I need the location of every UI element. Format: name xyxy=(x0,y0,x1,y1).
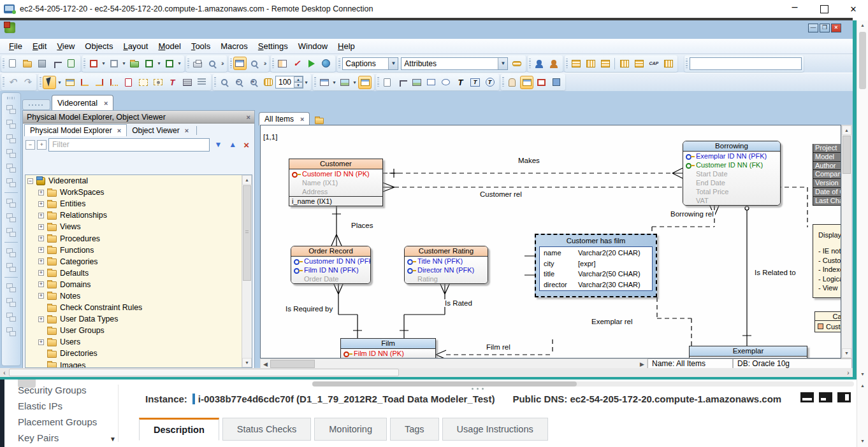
collapse-all-icon[interactable]: − xyxy=(25,140,35,150)
scrollbar-thumb[interactable] xyxy=(270,360,315,368)
text-tool[interactable] xyxy=(454,76,467,89)
scroll-left-icon[interactable]: ‹ xyxy=(0,369,9,376)
scroll-left-icon[interactable]: ◀ xyxy=(261,361,270,367)
grid-layout-button[interactable] xyxy=(598,57,612,70)
scrollbar-thumb[interactable] xyxy=(243,185,251,281)
display-mode-select[interactable]: Attributes▼ xyxy=(401,57,508,70)
autolayout-button[interactable] xyxy=(618,57,631,70)
browser-vertical-scrollbar[interactable]: ▲ ▼ ▲ ▼ xyxy=(857,20,868,447)
snapshot-tool[interactable] xyxy=(151,76,164,89)
layout-bottom-pane-icon[interactable] xyxy=(800,392,814,402)
attribute-row[interactable]: Rating xyxy=(405,274,488,283)
web-report-button[interactable] xyxy=(319,57,333,70)
line-tool[interactable] xyxy=(395,76,409,89)
display-settings-button[interactable] xyxy=(338,76,351,89)
rectangle-tool[interactable] xyxy=(424,76,438,89)
expander-icon[interactable] xyxy=(38,213,44,218)
overview-toggle[interactable] xyxy=(520,76,533,89)
attribute-row[interactable]: Film ID NN (PK) xyxy=(341,349,435,358)
connections-button[interactable] xyxy=(50,57,63,70)
note-tool[interactable] xyxy=(380,76,394,89)
panel-grip[interactable] xyxy=(22,99,50,110)
app-close-button[interactable]: × xyxy=(831,24,841,32)
attribute-row[interactable]: Customer ID NN (PK) xyxy=(289,169,382,178)
aws-horizontal-scrollbar[interactable] xyxy=(312,381,854,387)
display-note[interactable]: Display - IE nota- Custo- Indexe- Logica… xyxy=(813,224,841,298)
entity-order-record[interactable]: Order Record Customer ID NN (PFK)Film ID… xyxy=(291,246,371,284)
relationship-label[interactable]: Places xyxy=(350,222,375,229)
pan-tool[interactable] xyxy=(505,76,519,89)
view-customer-has-film[interactable]: Customer has film name Varchar2(20 CHAR)… xyxy=(535,234,657,297)
distribute-left-icon[interactable] xyxy=(6,283,16,292)
relationship-label[interactable]: Makes xyxy=(517,157,541,164)
chevron-down-icon[interactable]: ▾ xyxy=(303,76,309,89)
region-select-tool[interactable] xyxy=(136,76,150,89)
toolbar-grip[interactable] xyxy=(7,97,15,99)
run-script-button[interactable] xyxy=(305,57,318,70)
search-input[interactable] xyxy=(690,57,802,70)
print-preview-button[interactable] xyxy=(205,57,219,70)
chevron-down-icon[interactable]: ▾ xyxy=(57,76,62,89)
save-button[interactable] xyxy=(35,57,48,70)
keyboard-button[interactable] xyxy=(510,57,523,70)
mn-relationship-tool[interactable] xyxy=(107,76,120,89)
layout-right-pane-icon[interactable] xyxy=(837,392,851,402)
users-button[interactable] xyxy=(547,57,560,70)
relationship-label[interactable]: Is Related to xyxy=(753,269,797,276)
menu-item[interactable]: Model xyxy=(153,39,185,53)
scrollbar-thumb[interactable] xyxy=(312,381,577,387)
distribute-right-icon[interactable] xyxy=(6,298,16,307)
object-search-button[interactable] xyxy=(248,57,261,70)
hierarchy-layout-button[interactable] xyxy=(569,57,582,70)
expander-icon[interactable] xyxy=(38,190,44,195)
same-size-icon[interactable] xyxy=(6,228,16,237)
tree-layout-button[interactable] xyxy=(584,57,597,70)
entity-borrowing[interactable]: Borrowing Exemplar ID NN (PFK)Customer I… xyxy=(683,141,781,206)
sync-gray-button[interactable] xyxy=(107,57,120,70)
aws-tab[interactable]: Status Checks xyxy=(222,418,312,441)
aws-tab[interactable]: Usage Instructions xyxy=(442,418,548,441)
sidebar-item[interactable]: Key Pairs xyxy=(18,432,59,443)
tree-item[interactable]: User Data Types xyxy=(25,313,252,325)
tree-item[interactable]: Images xyxy=(25,360,252,369)
zoom-tool[interactable] xyxy=(217,76,231,89)
tree-item[interactable]: Notes xyxy=(25,290,252,302)
text-box-tool[interactable] xyxy=(468,76,482,89)
table-tool[interactable] xyxy=(180,76,194,89)
workspace-format-button[interactable] xyxy=(317,76,331,89)
entity-film[interactable]: Film Film ID NN (PK) xyxy=(340,338,436,358)
menu-item[interactable]: Window xyxy=(293,39,333,53)
same-width-icon[interactable] xyxy=(6,199,16,208)
tree-item[interactable]: Users xyxy=(25,336,252,348)
relationship-label[interactable]: Is Rated xyxy=(444,299,474,307)
identifying-relationship-tool[interactable] xyxy=(78,76,91,89)
diagram-canvas[interactable]: [1,1] MakesCustomer relPlacesIs Required… xyxy=(260,125,841,358)
title-tool[interactable] xyxy=(166,76,179,89)
view-column-row[interactable]: title Varchar2(50 CHAR) xyxy=(540,269,652,280)
index-row[interactable]: i_name (IX1) xyxy=(289,196,382,206)
format-painter-button[interactable] xyxy=(358,76,372,89)
rearrange-button[interactable] xyxy=(662,57,675,70)
align-middle-icon[interactable] xyxy=(6,164,16,173)
spin-up-icon[interactable]: ▲ xyxy=(294,76,303,82)
expander-icon[interactable] xyxy=(38,224,44,230)
toolbar-overflow-icon[interactable]: ›› xyxy=(262,60,268,67)
user-button[interactable] xyxy=(532,57,546,70)
incremental-layout-button[interactable] xyxy=(632,57,646,70)
relationship-label[interactable]: Borrowing rel xyxy=(669,210,715,218)
tree-item[interactable]: Defaults xyxy=(25,267,252,279)
attribute-row[interactable]: Customer ID NN (FK) xyxy=(683,160,780,169)
display-level-select[interactable]: Captions▼ xyxy=(342,57,398,70)
tree-item[interactable]: Domains xyxy=(25,279,252,290)
sidebar-item[interactable]: Elastic IPs xyxy=(18,401,62,411)
verify-model-button[interactable]: ✓ xyxy=(290,57,303,70)
entity-customer-rating[interactable]: Customer Rating Title NN (PFK)Director N… xyxy=(404,246,488,284)
relationship-label[interactable]: Film rel xyxy=(485,343,512,351)
tree-item[interactable]: Directories xyxy=(25,348,252,359)
tree-item[interactable]: Entities xyxy=(25,198,252,209)
expander-icon[interactable] xyxy=(38,236,44,241)
tab-physical-model-explorer[interactable]: Physical Model Explorer × xyxy=(24,124,127,136)
scroll-up-icon[interactable]: ▲ xyxy=(842,125,851,135)
spin-down-icon[interactable]: ▼ xyxy=(294,82,303,88)
expander-icon[interactable] xyxy=(38,281,44,287)
